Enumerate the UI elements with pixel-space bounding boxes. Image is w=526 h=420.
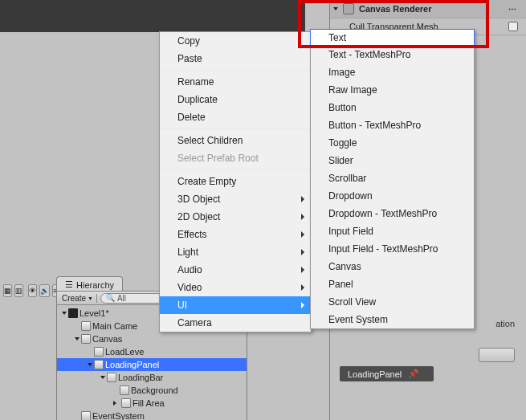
menu-item-label: Create Empty	[177, 176, 236, 187]
submenu-arrow-icon	[301, 196, 304, 202]
menu-item[interactable]: Camera	[160, 314, 311, 332]
hierarchy-node[interactable]: LoadingPanel	[57, 358, 247, 371]
menu-item-label: Scrollbar	[328, 173, 366, 184]
menu-item-label: Event System	[328, 314, 388, 325]
menu-item[interactable]: Image	[311, 63, 474, 81]
search-scope: All	[117, 294, 126, 303]
menu-item[interactable]: Input Field - TextMeshPro	[311, 240, 474, 258]
inspector-button[interactable]	[479, 348, 515, 362]
unity-icon	[68, 308, 78, 318]
menu-item-label: Toggle	[328, 137, 357, 149]
tab-menu-icon: ☰	[65, 279, 73, 290]
menu-item[interactable]: Dropdown - TextMeshPro	[311, 205, 474, 222]
menu-item-label: Dropdown - TextMeshPro	[328, 208, 437, 219]
menu-item[interactable]: Text	[310, 29, 475, 47]
menu-item[interactable]: UI	[160, 296, 311, 314]
tool-button[interactable]: 🔊	[39, 284, 50, 297]
menu-item-label: 2D Object	[177, 211, 220, 222]
hierarchy-node[interactable]: Canvas	[57, 332, 247, 345]
menu-item[interactable]: Audio	[160, 261, 311, 279]
menu-item[interactable]: Rename	[160, 73, 311, 91]
menu-item[interactable]: Input Field	[311, 222, 474, 240]
menu-item[interactable]: Toggle	[311, 134, 474, 152]
chevron-down-icon	[100, 376, 105, 379]
menu-item: Select Prefab Root	[160, 149, 311, 167]
tool-button[interactable]: ▥	[14, 284, 23, 297]
hierarchy-tab[interactable]: ☰ Hierarchy	[56, 276, 123, 292]
left-tool-strip: ▦ ▥ 👁 🔊 ≡	[0, 276, 56, 305]
submenu-arrow-icon	[301, 302, 304, 308]
node-label: LoadingBar	[118, 373, 163, 382]
truncated-text: ation	[495, 319, 515, 328]
menu-item[interactable]: Copy	[160, 32, 311, 50]
menu-item-label: Slider	[328, 155, 353, 166]
menu-item[interactable]: Button - TextMeshPro	[311, 116, 474, 134]
hierarchy-node[interactable]: LoadLeve	[57, 345, 247, 358]
menu-item-label: Audio	[177, 264, 202, 275]
component-menu-icon[interactable]: ⋯	[508, 5, 518, 14]
search-icon: 🔍	[106, 294, 115, 302]
selection-label[interactable]: LoadingPanel 📌	[340, 366, 434, 381]
node-label: Background	[131, 385, 178, 395]
menu-item[interactable]: Effects	[160, 226, 311, 243]
hierarchy-node[interactable]: LoadingBar	[57, 371, 247, 384]
menu-item[interactable]: Slider	[311, 152, 474, 169]
menu-item-label: Button	[328, 102, 357, 113]
menu-item[interactable]: Paste	[160, 50, 311, 67]
menu-item-label: 3D Object	[177, 194, 220, 205]
menu-item[interactable]: Duplicate	[160, 91, 311, 108]
tool-button[interactable]: ▦	[3, 284, 12, 297]
prefab-icon	[81, 334, 91, 344]
menu-item[interactable]: Button	[311, 99, 474, 116]
hierarchy-node[interactable]: EventSystem	[57, 410, 247, 420]
preview-area	[0, 0, 305, 32]
cull-checkbox[interactable]	[508, 22, 518, 31]
menu-item[interactable]: Light	[160, 243, 311, 261]
inspector-component-header[interactable]: Canvas Renderer ⋯	[330, 0, 526, 18]
menu-item-label: Camera	[177, 317, 212, 328]
create-dropdown[interactable]: Create ▼	[60, 294, 97, 303]
hierarchy-node[interactable]: Fill Area	[57, 397, 247, 410]
prefab-icon	[81, 411, 91, 420]
menu-item[interactable]: Create Empty	[160, 173, 311, 190]
chevron-down-icon	[75, 337, 80, 340]
menu-item[interactable]: Video	[160, 279, 311, 296]
menu-item-label: Canvas	[328, 261, 361, 272]
menu-item[interactable]: Delete	[160, 108, 311, 126]
selection-label-text: LoadingPanel	[348, 369, 402, 379]
node-label: EventSystem	[92, 411, 145, 420]
menu-item-label: Panel	[328, 279, 353, 290]
menu-item[interactable]: Text - TextMeshPro	[311, 46, 474, 63]
menu-item[interactable]: Event System	[311, 311, 474, 328]
prefab-icon	[81, 321, 91, 331]
context-submenu-ui[interactable]: TextText - TextMeshProImageRaw ImageButt…	[310, 29, 475, 329]
menu-item[interactable]: Raw Image	[311, 81, 474, 99]
menu-item-label: Paste	[177, 53, 202, 64]
submenu-arrow-icon	[301, 249, 304, 255]
menu-item[interactable]: Canvas	[311, 258, 474, 275]
create-label: Create	[62, 294, 86, 303]
menu-item[interactable]: 3D Object	[160, 190, 311, 208]
chevron-down-icon	[88, 363, 92, 366]
menu-item-label: Rename	[177, 76, 214, 88]
context-menu[interactable]: CopyPasteRenameDuplicateDeleteSelect Chi…	[159, 31, 312, 332]
menu-item-label: Select Children	[177, 135, 243, 146]
prefab-icon	[120, 385, 129, 395]
menu-item[interactable]: Scroll View	[311, 293, 474, 311]
menu-item[interactable]: Dropdown	[311, 187, 474, 205]
menu-separator	[161, 128, 310, 129]
menu-item[interactable]: Scrollbar	[311, 169, 474, 187]
menu-item[interactable]: Select Children	[160, 132, 311, 149]
menu-item[interactable]: 2D Object	[160, 208, 311, 226]
tool-button[interactable]: 👁	[28, 284, 37, 297]
menu-item-label: Light	[177, 247, 198, 258]
prefab-icon	[107, 373, 116, 382]
node-label: LoadingPanel	[105, 360, 159, 369]
menu-item[interactable]: Panel	[311, 275, 474, 293]
component-icon	[343, 3, 354, 14]
menu-item-label: Text	[328, 32, 346, 43]
submenu-arrow-icon	[301, 231, 304, 238]
hierarchy-node[interactable]: Background	[57, 384, 247, 397]
prefab-icon	[121, 398, 131, 408]
pin-icon: 📌	[408, 369, 419, 379]
